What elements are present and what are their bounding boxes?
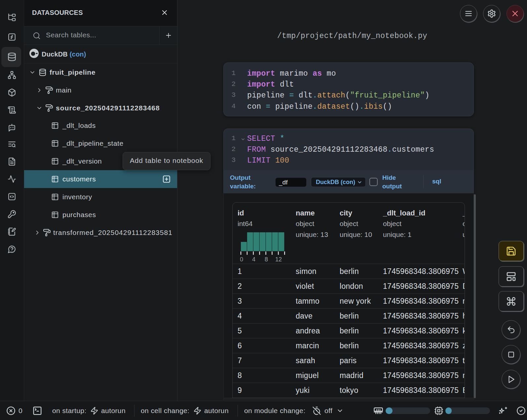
svg-text:12: 12 [275, 256, 282, 263]
svg-text:8: 8 [265, 256, 268, 263]
svg-text:0: 0 [240, 256, 243, 263]
svg-text:4: 4 [252, 256, 255, 263]
